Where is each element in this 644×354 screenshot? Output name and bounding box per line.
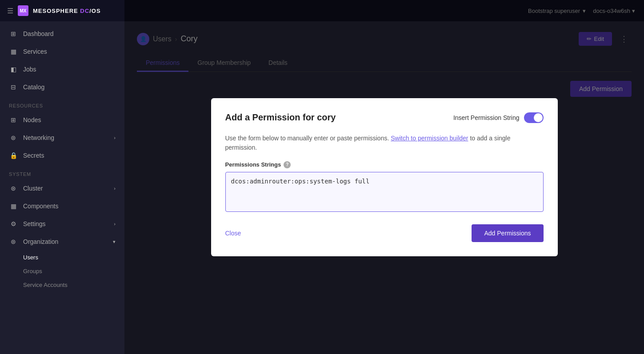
- add-permission-modal: Add a Permission for cory Insert Permiss…: [211, 98, 558, 256]
- sidebar-item-label: Networking: [23, 134, 54, 141]
- settings-icon: ⚙: [9, 219, 18, 228]
- field-label-text: Permissions Strings: [225, 161, 281, 168]
- sub-item-label: Groups: [23, 268, 42, 274]
- chevron-down-icon: ▾: [113, 239, 116, 245]
- insert-permission-toggle[interactable]: [524, 112, 544, 123]
- system-section-label: System: [0, 164, 124, 179]
- sidebar-item-label: Components: [23, 203, 58, 210]
- modal-overlay: Add a Permission for cory Insert Permiss…: [124, 21, 644, 354]
- sidebar-item-label: Cluster: [23, 185, 43, 192]
- networking-icon: ⊛: [9, 133, 18, 142]
- modal-header: Add a Permission for cory Insert Permiss…: [225, 112, 544, 123]
- help-icon[interactable]: ?: [284, 161, 291, 168]
- sidebar-sub-item-service-accounts[interactable]: Service Accounts: [0, 278, 124, 292]
- logo-text: MESOSPHERE DC/OS: [33, 8, 101, 14]
- sidebar-item-nodes[interactable]: ⊞ Nodes: [0, 111, 124, 129]
- sidebar-item-label: Settings: [23, 220, 46, 227]
- main-content: Bootstrap superuser ▾ docs-o34w6sh ▾ 👤 U…: [124, 0, 644, 354]
- hamburger-icon[interactable]: ☰: [7, 7, 13, 15]
- modal-description: Use the form below to manually enter or …: [225, 134, 544, 152]
- services-icon: ▦: [9, 47, 18, 56]
- sidebar-item-label: Catalog: [23, 84, 44, 91]
- chevron-right-icon: ›: [114, 135, 116, 140]
- jobs-icon: ◧: [9, 65, 18, 74]
- toggle-section: Insert Permission String: [453, 112, 544, 123]
- sidebar-header: ☰ MX MESOSPHERE DC/OS: [0, 0, 124, 21]
- sidebar-sub-item-groups[interactable]: Groups: [0, 264, 124, 278]
- permission-string-textarea[interactable]: [225, 172, 544, 212]
- sidebar-item-services[interactable]: ▦ Services: [0, 43, 124, 60]
- switch-to-builder-link[interactable]: Switch to permission builder: [391, 135, 468, 142]
- sidebar: ☰ MX MESOSPHERE DC/OS ⊞ Dashboard ▦ Serv…: [0, 0, 124, 354]
- sub-item-label: Service Accounts: [23, 282, 68, 288]
- field-label: Permissions Strings ?: [225, 161, 544, 168]
- chevron-right-icon: ›: [114, 186, 116, 191]
- organization-icon: ⊛: [9, 237, 18, 246]
- logo-icon: MX: [18, 5, 28, 16]
- sidebar-item-catalog[interactable]: ⊟ Catalog: [0, 78, 124, 96]
- sidebar-item-label: Nodes: [23, 116, 41, 123]
- sidebar-item-label: Organization: [23, 238, 58, 245]
- sidebar-item-organization[interactable]: ⊛ Organization ▾: [0, 233, 124, 251]
- sidebar-sub-item-users[interactable]: Users: [0, 251, 124, 264]
- sub-item-label: Users: [23, 254, 38, 261]
- catalog-icon: ⊟: [9, 83, 18, 91]
- nodes-icon: ⊞: [9, 115, 18, 124]
- resources-section-label: Resources: [0, 96, 124, 111]
- sidebar-item-networking[interactable]: ⊛ Networking ›: [0, 129, 124, 147]
- secrets-icon: 🔒: [9, 151, 18, 160]
- sidebar-item-label: Jobs: [23, 66, 36, 73]
- close-button[interactable]: Close: [225, 230, 241, 237]
- sidebar-item-components[interactable]: ▦ Components: [0, 197, 124, 215]
- sidebar-item-jobs[interactable]: ◧ Jobs: [0, 60, 124, 78]
- chevron-right-icon: ›: [114, 221, 116, 227]
- sidebar-item-secrets[interactable]: 🔒 Secrets: [0, 147, 124, 164]
- modal-title: Add a Permission for cory: [225, 112, 336, 123]
- sidebar-item-dashboard[interactable]: ⊞ Dashboard: [0, 25, 124, 43]
- add-permissions-button[interactable]: Add Permissions: [472, 224, 543, 242]
- sidebar-item-cluster[interactable]: ⊛ Cluster ›: [0, 179, 124, 197]
- components-icon: ▦: [9, 202, 18, 211]
- toggle-label: Insert Permission String: [453, 114, 520, 121]
- modal-footer: Close Add Permissions: [225, 224, 544, 242]
- sidebar-item-label: Secrets: [23, 152, 44, 159]
- page-content: 👤 Users › Cory ✏ Edit ⋮ Permissions Grou…: [124, 21, 644, 354]
- dashboard-icon: ⊞: [9, 29, 18, 38]
- sidebar-item-label: Dashboard: [23, 30, 54, 37]
- sidebar-item-label: Services: [23, 48, 47, 55]
- cluster-icon: ⊛: [9, 184, 18, 193]
- sidebar-nav: ⊞ Dashboard ▦ Services ◧ Jobs ⊟ Catalog …: [0, 21, 124, 354]
- sidebar-item-settings[interactable]: ⚙ Settings ›: [0, 215, 124, 233]
